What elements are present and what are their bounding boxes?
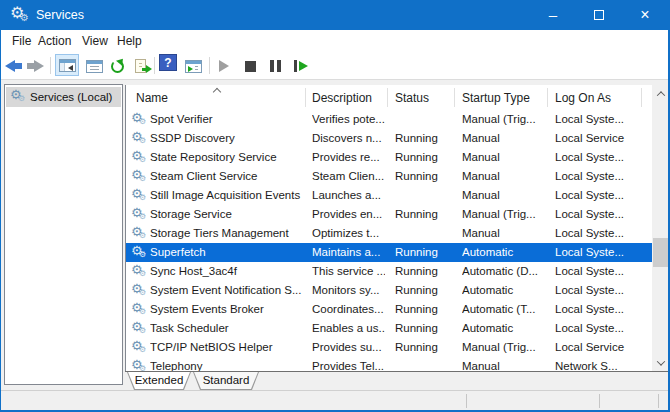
table-row[interactable]: ⚙⚙ SSDP Discovery Discovers n... Running…: [126, 129, 652, 148]
cell-name: Task Scheduler: [150, 319, 302, 338]
service-gear-icon: ⚙⚙: [129, 244, 149, 262]
cell-log-on-as: Network S...: [555, 357, 647, 371]
cell-description: Enables a us...: [312, 319, 385, 338]
table-row[interactable]: ⚙⚙ Sync Host_3ac4f This service ... Runn…: [126, 262, 652, 281]
column-header-startup-type[interactable]: Startup Type: [462, 85, 530, 110]
console-tree-icon: [59, 59, 76, 72]
tab-extended[interactable]: Extended: [127, 372, 191, 390]
cell-status: Running: [395, 262, 452, 281]
column-header-description[interactable]: Description: [312, 85, 372, 110]
service-gear-icon: ⚙⚙: [129, 206, 149, 224]
new-window-button[interactable]: [182, 54, 204, 78]
column-divider: [305, 88, 306, 107]
services-gear-icon: ⚙⚙: [10, 5, 30, 25]
tab-standard[interactable]: Standard: [193, 372, 259, 390]
chevron-down-icon: [656, 357, 664, 365]
cell-log-on-as: Local Syste...: [555, 186, 647, 205]
cell-description: Provides re...: [312, 148, 385, 167]
menu-help[interactable]: Help: [117, 30, 142, 52]
new-window-icon: [185, 60, 202, 73]
table-row[interactable]: ⚙⚙ Storage Service Provides en... Runnin…: [126, 205, 652, 224]
tree-item-services-local[interactable]: ⚙⚙ Services (Local): [6, 87, 121, 107]
cell-startup-type: Manual: [462, 148, 545, 167]
export-list-button[interactable]: [129, 54, 151, 78]
properties-button[interactable]: [83, 54, 105, 78]
restart-icon: [294, 60, 308, 72]
table-row[interactable]: ⚙⚙ State Repository Service Provides re.…: [126, 148, 652, 167]
show-console-tree-button[interactable]: [55, 54, 79, 76]
cell-startup-type: Manual: [462, 186, 545, 205]
cell-description: Optimizes t...: [312, 224, 385, 243]
cell-startup-type: Manual: [462, 129, 545, 148]
status-bar-separator: [466, 394, 467, 408]
tree-item-label: Services (Local): [30, 87, 112, 107]
maximize-button[interactable]: [576, 0, 622, 30]
services-gear-icon: ⚙⚙: [8, 88, 28, 106]
back-arrow-icon: [5, 60, 22, 72]
cell-startup-type: Manual (Trig...: [462, 110, 545, 129]
table-row[interactable]: ⚙⚙ Spot Verifier Verifies pote... Manual…: [126, 110, 652, 129]
properties-icon: [86, 60, 103, 73]
export-list-icon: [135, 59, 146, 73]
refresh-button[interactable]: [107, 54, 127, 78]
menu-view[interactable]: View: [82, 30, 108, 52]
view-tab-bar: Extended Standard: [125, 371, 669, 390]
cell-startup-type: Automatic: [462, 319, 545, 338]
help-button[interactable]: ?: [159, 54, 177, 71]
cell-startup-type: Automatic (D...: [462, 262, 545, 281]
table-row[interactable]: ⚙⚙ System Event Notification S... Monito…: [126, 281, 652, 300]
status-bar: [1, 390, 669, 410]
column-header-log-on-as[interactable]: Log On As: [555, 85, 611, 110]
minimize-button[interactable]: –: [530, 0, 576, 30]
service-gear-icon: ⚙⚙: [129, 187, 149, 205]
cell-status: [395, 357, 452, 371]
table-row[interactable]: ⚙⚙ TCP/IP NetBIOS Helper Provides su... …: [126, 338, 652, 357]
service-gear-icon: ⚙⚙: [129, 263, 149, 281]
scrollbar-thumb[interactable]: [653, 238, 668, 267]
cell-name: Still Image Acquisition Events: [150, 186, 302, 205]
scroll-down-button[interactable]: [652, 354, 669, 371]
column-divider: [454, 88, 455, 107]
table-row[interactable]: ⚙⚙ Task Scheduler Enables a us... Runnin…: [126, 319, 652, 338]
table-row[interactable]: ⚙⚙ Storage Tiers Management Optimizes t.…: [126, 224, 652, 243]
restart-service-button[interactable]: [290, 54, 312, 78]
service-gear-icon: ⚙⚙: [129, 320, 149, 338]
back-button[interactable]: [3, 54, 23, 78]
column-divider: [547, 88, 548, 107]
column-header-name[interactable]: Name: [136, 85, 168, 110]
toolbar-separator: [50, 57, 51, 74]
start-icon: [219, 60, 229, 72]
table-row[interactable]: ⚙⚙ Superfetch Maintains a... Running Aut…: [126, 243, 652, 262]
forward-button[interactable]: [25, 54, 45, 78]
cell-status: [395, 224, 452, 243]
service-rows: ⚙⚙ Spot Verifier Verifies pote... Manual…: [126, 110, 652, 371]
cell-description: Steam Clien...: [312, 167, 385, 186]
cell-name: System Event Notification S...: [150, 281, 302, 300]
cell-name: Storage Service: [150, 205, 302, 224]
table-row[interactable]: ⚙⚙ Steam Client Service Steam Clien... R…: [126, 167, 652, 186]
title-bar[interactable]: ⚙⚙ Services – ×: [0, 0, 670, 30]
stop-service-button[interactable]: [241, 54, 259, 78]
scroll-up-button[interactable]: [652, 85, 669, 102]
menu-action[interactable]: Action: [38, 30, 71, 52]
status-bar-separator: [599, 394, 600, 408]
menu-file[interactable]: File: [12, 30, 31, 52]
table-row[interactable]: ⚙⚙ System Events Broker Coordinates... R…: [126, 300, 652, 319]
vertical-scrollbar[interactable]: [652, 85, 669, 371]
pause-service-button[interactable]: [266, 54, 284, 78]
cell-startup-type: Manual (Trig...: [462, 338, 545, 357]
cell-name: SSDP Discovery: [150, 129, 302, 148]
close-button[interactable]: ×: [622, 0, 668, 30]
cell-description: Provides en...: [312, 205, 385, 224]
column-header-status[interactable]: Status: [395, 85, 429, 110]
forward-arrow-icon: [27, 60, 44, 72]
cell-status: Running: [395, 129, 452, 148]
cell-status: [395, 110, 452, 129]
cell-log-on-as: Local Syste...: [555, 167, 647, 186]
table-row[interactable]: ⚙⚙ Still Image Acquisition Events Launch…: [126, 186, 652, 205]
cell-startup-type: Manual: [462, 357, 545, 371]
cell-name: State Repository Service: [150, 148, 302, 167]
start-service-button[interactable]: [215, 54, 233, 78]
table-row[interactable]: ⚙⚙ Telephony Provides Tel... Manual Netw…: [126, 357, 652, 371]
sort-ascending-icon: [213, 88, 221, 96]
